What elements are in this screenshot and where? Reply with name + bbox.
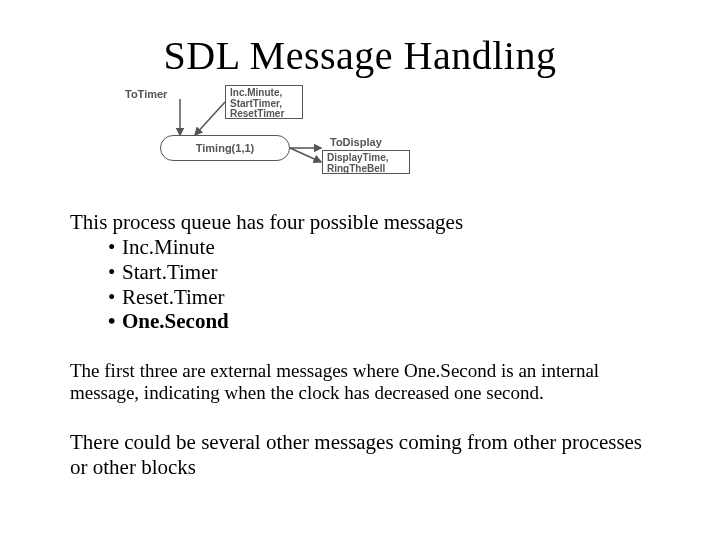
bullet-text: Start.Timer <box>122 260 217 284</box>
bullet-text: One.Second <box>122 309 229 333</box>
slide-title: SDL Message Handling <box>0 32 720 79</box>
bullet-item: •Reset.Timer <box>108 285 229 310</box>
slide: SDL Message Handling ToTimer Inc.Minute,… <box>0 0 720 540</box>
svg-line-3 <box>290 148 321 162</box>
paragraph-1: The first three are external messages wh… <box>70 360 650 405</box>
svg-line-1 <box>195 102 225 135</box>
bullet-item: •Start.Timer <box>108 260 229 285</box>
bullet-text: Inc.Minute <box>122 235 215 259</box>
diagram-arrows <box>125 85 435 180</box>
bullet-item: •One.Second <box>108 309 229 334</box>
paragraph-2: There could be several other messages co… <box>70 430 650 480</box>
message-bullets: •Inc.Minute •Start.Timer •Reset.Timer •O… <box>108 235 229 334</box>
bullet-text: Reset.Timer <box>122 285 224 309</box>
bullet-item: •Inc.Minute <box>108 235 229 260</box>
intro-line: This process queue has four possible mes… <box>70 210 650 235</box>
sdl-diagram: ToTimer Inc.Minute, StartTimer, ResetTim… <box>125 85 435 180</box>
